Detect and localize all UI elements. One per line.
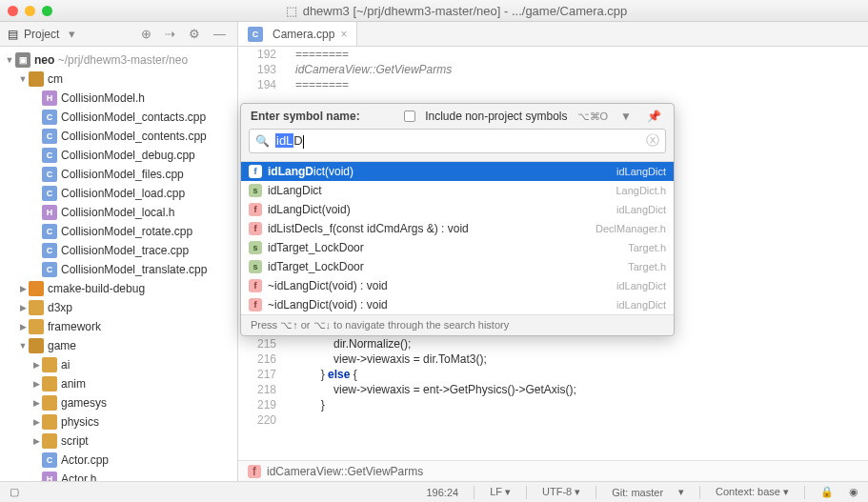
status-icon[interactable]: ▢ — [10, 486, 19, 498]
tab-label: Camera.cpp — [273, 28, 334, 41]
struct-badge-icon: s — [249, 260, 262, 273]
file-item[interactable]: CCollisionModel_load.cpp — [0, 184, 237, 203]
breadcrumb-text: idCameraView::GetViewParms — [267, 465, 423, 478]
folder-icon — [29, 300, 44, 315]
struct-badge-icon: s — [249, 241, 262, 254]
file-item[interactable]: CCollisionModel_debug.cpp — [0, 146, 237, 165]
cpp-file-icon: C — [42, 262, 57, 277]
popup-footer-hint: Press ⌥↑ or ⌥↓ to navigate through the s… — [241, 315, 674, 335]
chevron-down-icon[interactable]: ▾ — [678, 486, 684, 498]
pin-icon[interactable]: 📌 — [644, 110, 664, 123]
symbol-result[interactable]: fidLangDict(void)idLangDict — [241, 200, 674, 219]
folder-icon — [42, 357, 57, 372]
code-line: } — [295, 397, 868, 412]
symbol-result[interactable]: fidListDecls_f(const idCmdArgs &) : void… — [241, 219, 674, 238]
folder-d3xp[interactable]: d3xp — [48, 301, 72, 314]
editor-tab-camera[interactable]: C Camera.cpp × — [238, 22, 357, 46]
clear-search-icon[interactable]: ⓧ — [646, 132, 659, 150]
cpp-file-icon: C — [42, 224, 57, 239]
status-bar: ▢ 196:24 LF ▾ UTF-8 ▾ Git: master ▾ Cont… — [0, 481, 868, 502]
tree-root-path: ~/prj/dhewm3-master/neo — [58, 53, 188, 67]
line-ending[interactable]: LF ▾ — [490, 486, 511, 498]
filter-icon[interactable]: ▼ — [617, 110, 635, 123]
folder-item[interactable]: ▶anim — [0, 374, 237, 393]
function-badge-icon: f — [249, 165, 262, 178]
folder-item[interactable]: ▶physics — [0, 412, 237, 432]
file-item[interactable]: CCollisionModel_files.cpp — [0, 165, 237, 184]
gear-icon[interactable]: ⚙ — [185, 27, 204, 41]
cpp-file-icon: C — [42, 243, 57, 258]
tab-close-icon[interactable]: × — [340, 28, 347, 41]
function-badge-icon: f — [249, 298, 262, 311]
code-line: dir.Normalize(); — [295, 336, 868, 351]
file-item[interactable]: CCollisionModel_rotate.cpp — [0, 222, 237, 241]
cpp-file-icon: C — [42, 129, 57, 144]
chevron-down-icon[interactable]: ▾ — [65, 27, 79, 41]
code-line: idCameraView::GetViewParms — [295, 62, 868, 77]
file-item[interactable]: CCollisionModel_contents.cpp — [0, 127, 237, 146]
caret-position[interactable]: 196:24 — [426, 487, 458, 498]
function-badge-icon: f — [248, 465, 261, 478]
folder-icon — [29, 338, 44, 353]
search-selection: idL — [275, 133, 293, 148]
folder-icon — [42, 376, 57, 392]
collapse-icon[interactable]: ⇢ — [161, 27, 179, 41]
breadcrumb-bar[interactable]: f idCameraView::GetViewParms — [238, 460, 868, 481]
folder-icon — [42, 433, 57, 449]
cpp-file-icon: C — [248, 27, 263, 42]
module-icon: ▣ — [15, 52, 30, 68]
symbol-results-list: fidLangDict(void)idLangDictsidLangDictLa… — [241, 161, 674, 315]
lock-icon[interactable]: 🔒 — [820, 486, 834, 498]
folder-cmake[interactable]: cmake-build-debug — [48, 282, 145, 295]
project-icon: ▤ — [8, 28, 18, 41]
folder-item[interactable]: ▶script — [0, 432, 237, 451]
project-tool-window-header[interactable]: ▤ Project ▾ ⊕ ⇢ ⚙ — — [0, 22, 238, 46]
cpp-file-icon: C — [42, 452, 57, 468]
window-zoom-button[interactable] — [42, 6, 52, 16]
search-icon: 🔍 — [255, 134, 270, 148]
folder-framework[interactable]: framework — [48, 320, 101, 333]
symbol-result[interactable]: sidTarget_LockDoorTarget.h — [241, 238, 674, 257]
folder-icon — [29, 71, 44, 87]
cpp-file-icon: C — [42, 186, 57, 201]
hide-icon[interactable]: — — [210, 27, 230, 41]
symbol-result[interactable]: fidLangDict(void)idLangDict — [241, 162, 674, 181]
file-item[interactable]: CCollisionModel_translate.cpp — [0, 260, 237, 279]
header-file-icon: H — [42, 472, 57, 481]
folder-cm[interactable]: cm — [48, 72, 63, 86]
window-close-button[interactable] — [8, 6, 18, 16]
file-item[interactable]: CCollisionModel_trace.cpp — [0, 241, 237, 260]
folder-item[interactable]: ▶gamesys — [0, 393, 237, 412]
shortcut-hint: ⌥⌘O — [577, 110, 609, 123]
symbol-result[interactable]: sidTarget_LockDoorTarget.h — [241, 257, 674, 276]
app-icon: ⬚ — [286, 4, 297, 18]
context-selector[interactable]: Context: base ▾ — [716, 486, 789, 498]
symbol-result[interactable]: f~idLangDict(void) : voididLangDict — [241, 295, 674, 314]
cpp-file-icon: C — [42, 148, 57, 163]
project-tree[interactable]: ▼▣neo ~/prj/dhewm3-master/neo ▼cm HColli… — [0, 47, 238, 481]
include-nonproject-checkbox[interactable] — [404, 110, 415, 122]
folder-icon — [42, 414, 57, 430]
window-minimize-button[interactable] — [25, 6, 35, 16]
inspection-icon[interactable]: ◉ — [849, 486, 858, 498]
tree-root[interactable]: neo — [34, 53, 54, 67]
file-item[interactable]: CActor.cpp — [0, 451, 237, 470]
symbol-result[interactable]: f~idLangDict(void) : voididLangDict — [241, 276, 674, 295]
file-item[interactable]: HCollisionModel.h — [0, 89, 237, 108]
file-encoding[interactable]: UTF-8 ▾ — [542, 486, 580, 498]
file-item[interactable]: HActor.h — [0, 470, 237, 481]
git-branch[interactable]: Git: master — [612, 487, 663, 498]
target-icon[interactable]: ⊕ — [137, 27, 155, 41]
folder-game[interactable]: game — [48, 339, 76, 352]
folder-item[interactable]: ▶ai — [0, 355, 237, 374]
code-line: view->viewaxis = ent->GetPhysics()->GetA… — [295, 382, 868, 397]
symbol-search-field[interactable]: 🔍 idLD ⓧ — [249, 129, 666, 153]
folder-icon — [29, 319, 44, 334]
editor-gutter: 192193194 — [238, 47, 284, 92]
window-title-text: dhewm3 [~/prj/dhewm3-master/neo] - .../g… — [303, 4, 628, 18]
code-line: view->viewaxis = dir.ToMat3(); — [295, 351, 868, 367]
file-item[interactable]: HCollisionModel_local.h — [0, 203, 237, 222]
file-item[interactable]: CCollisionModel_contacts.cpp — [0, 108, 237, 127]
symbol-result[interactable]: sidLangDictLangDict.h — [241, 181, 674, 200]
header-file-icon: H — [42, 205, 57, 220]
